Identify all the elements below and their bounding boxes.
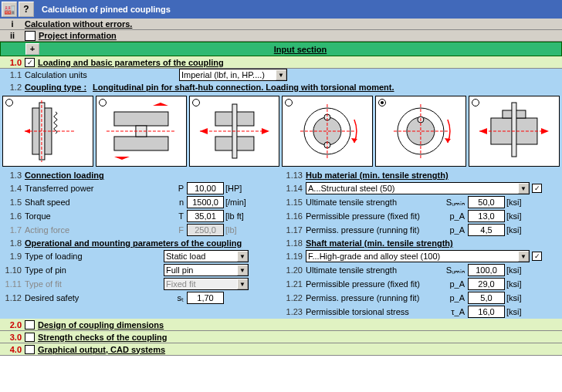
section-1-header: 1.0 ✓ Loading and basic parameters of th… bbox=[0, 56, 562, 69]
title: Calculation of pinned couplings bbox=[42, 5, 171, 14]
row-1-14: 1.14A...Structural steel (50)▼✓ bbox=[281, 181, 562, 195]
svg-marker-34 bbox=[479, 128, 487, 134]
coupling-type-6[interactable] bbox=[469, 96, 560, 167]
section-2-check[interactable] bbox=[25, 320, 35, 329]
coupling-type-3[interactable] bbox=[189, 96, 280, 167]
radio-2[interactable] bbox=[99, 99, 107, 106]
section-4-check[interactable] bbox=[25, 345, 35, 354]
input-section-header: + Input section bbox=[0, 42, 562, 56]
project-info-label: Project information bbox=[39, 31, 117, 40]
row-1-21: 1.21Permissible pressure (fixed fit)p_A2… bbox=[281, 277, 562, 291]
speed-input[interactable]: 1500,0 bbox=[187, 196, 224, 208]
torque-input[interactable]: 35,01 bbox=[187, 210, 224, 222]
shaft-material-dropdown[interactable]: F...High-grade and alloy steel (100)▼ bbox=[306, 250, 530, 262]
svg-marker-4 bbox=[25, 129, 30, 133]
hub-pf-input[interactable]: 13,0 bbox=[468, 210, 505, 222]
coupling-type-1[interactable] bbox=[2, 96, 93, 167]
row-1-19: 1.19F...High-grade and alloy steel (100)… bbox=[281, 249, 562, 263]
row-1-16: 1.16Permissible pressure (fixed fit)p_A1… bbox=[281, 209, 562, 223]
row-1-5: 1.5Shaft speedn1500,0[/min] bbox=[0, 195, 281, 209]
section-4-header[interactable]: 4.0 Graphical output, CAD systems bbox=[0, 343, 562, 356]
coupling-type-2[interactable] bbox=[96, 96, 187, 167]
svg-marker-9 bbox=[114, 157, 130, 160]
hub-material-dropdown[interactable]: A...Structural steel (50)▼ bbox=[306, 182, 530, 194]
power-input[interactable]: 10,00 bbox=[187, 182, 224, 194]
help-icon[interactable]: ? bbox=[19, 2, 34, 17]
chevron-down-icon: ▼ bbox=[237, 265, 248, 275]
row-1-15: 1.15Ultimate tensile strengthSᵤₘᵢₙ50,0[k… bbox=[281, 195, 562, 209]
titlebar: 🏭 ? Calculation of pinned couplings bbox=[0, 0, 562, 19]
row-1-6: 1.6TorqueT35,01[lb ft] bbox=[0, 209, 281, 223]
row-1-7: 1.7Acting forceF250,0[lb] bbox=[0, 223, 281, 237]
status-row-i: i Calculation without errors. bbox=[0, 19, 562, 30]
section-3-header[interactable]: 3.0 Strength checks of the coupling bbox=[0, 331, 562, 343]
row-1-23: 1.23Permissible torsional stressτ_A16,0[… bbox=[281, 305, 562, 319]
chevron-down-icon: ▼ bbox=[237, 279, 248, 289]
hub-pr-input[interactable]: 4,5 bbox=[468, 224, 505, 236]
svg-rect-5 bbox=[114, 112, 168, 126]
status-row-ii: ii Project information bbox=[0, 30, 562, 42]
chevron-down-icon: ▼ bbox=[518, 183, 529, 194]
units-dropdown[interactable]: Imperial (lbf, in, HP....)▼ bbox=[179, 69, 287, 81]
radio-3[interactable] bbox=[192, 99, 200, 106]
section-2-header[interactable]: 2.0 Design of coupling dimensions bbox=[0, 319, 562, 331]
section-1-check[interactable]: ✓ bbox=[25, 58, 35, 67]
row-1-20: 1.20Ultimate tensile strengthSᵤₘᵢₙ100,0[… bbox=[281, 263, 562, 277]
svg-marker-35 bbox=[541, 128, 549, 134]
row-1-2: 1.2 Coupling type : Longitudinal pin for… bbox=[0, 81, 562, 93]
svg-marker-16 bbox=[262, 128, 269, 134]
row-1-9: 1.9Type of loadingStatic load▼ bbox=[0, 249, 281, 263]
row-1-22: 1.22Permiss. pressure (running fit)p_A5,… bbox=[281, 291, 562, 305]
row-1-10: 1.10Type of pinFull pin▼ bbox=[0, 263, 281, 277]
coupling-type-4[interactable] bbox=[282, 96, 373, 167]
coupling-type-diagrams bbox=[0, 93, 562, 169]
svg-marker-10 bbox=[153, 103, 168, 106]
svg-marker-29 bbox=[445, 138, 451, 143]
pin-type-dropdown[interactable]: Full pin▼ bbox=[164, 264, 249, 276]
section-3-check[interactable] bbox=[25, 333, 35, 342]
svg-rect-6 bbox=[114, 137, 168, 150]
row-1-12: 1.12Desired safetysₜ1,70 bbox=[0, 291, 281, 305]
svg-rect-32 bbox=[512, 103, 516, 157]
row-1-11: 1.11Type of fitFixed fit▼ bbox=[0, 277, 281, 291]
safety-input[interactable]: 1,70 bbox=[187, 292, 224, 304]
shaft-pf-input[interactable]: 29,0 bbox=[468, 278, 505, 290]
loading-type-dropdown[interactable]: Static load▼ bbox=[164, 250, 249, 262]
chevron-down-icon: ▼ bbox=[276, 69, 286, 80]
hub-material-check[interactable]: ✓ bbox=[532, 184, 542, 193]
shaft-tau-input[interactable]: 16,0 bbox=[468, 306, 505, 318]
row-1-4: 1.4Transferred powerP10,00[HP] bbox=[0, 181, 281, 195]
app-icon[interactable]: 🏭 bbox=[2, 2, 17, 17]
svg-marker-15 bbox=[200, 128, 208, 134]
svg-marker-23 bbox=[351, 138, 357, 143]
shaft-material-check[interactable]: ✓ bbox=[532, 252, 542, 261]
svg-point-18 bbox=[313, 117, 341, 145]
shaft-uts-input[interactable]: 100,0 bbox=[468, 264, 505, 276]
chevron-down-icon: ▼ bbox=[237, 251, 248, 262]
hub-uts-input[interactable]: 50,0 bbox=[468, 196, 505, 208]
chevron-down-icon: ▼ bbox=[518, 251, 529, 262]
fit-type-dropdown: Fixed fit▼ bbox=[164, 278, 249, 290]
project-info-check[interactable] bbox=[25, 31, 36, 41]
shaft-pr-input[interactable]: 5,0 bbox=[468, 292, 505, 304]
force-input: 250,0 bbox=[187, 224, 224, 236]
status-text: Calculation without errors. bbox=[25, 19, 132, 29]
row-1-1: 1.1 Calculation units Imperial (lbf, in,… bbox=[0, 69, 562, 81]
coupling-type-5[interactable] bbox=[375, 96, 466, 167]
expand-button[interactable]: + bbox=[25, 43, 39, 55]
row-1-17: 1.17Permiss. pressure (running fit)p_A4,… bbox=[281, 223, 562, 237]
radio-1[interactable] bbox=[5, 99, 13, 106]
